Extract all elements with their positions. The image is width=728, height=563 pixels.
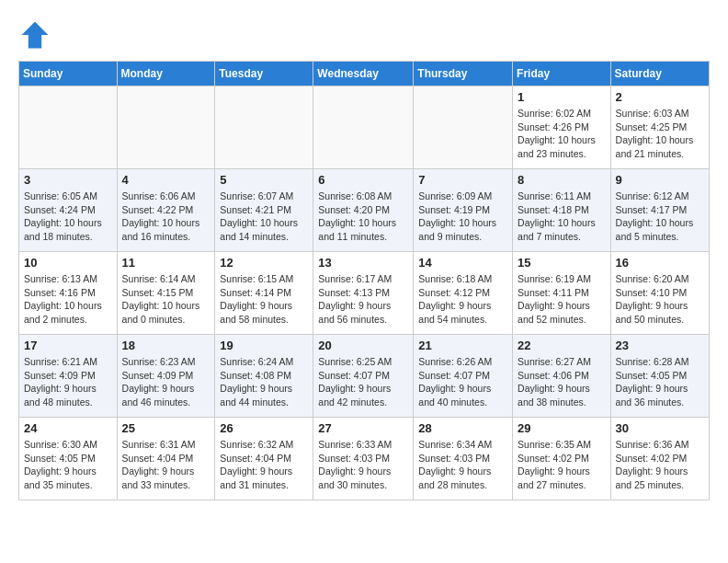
calendar-cell xyxy=(313,86,414,169)
day-info: Sunrise: 6:21 AM Sunset: 4:09 PM Dayligh… xyxy=(24,355,112,409)
day-info: Sunrise: 6:05 AM Sunset: 4:24 PM Dayligh… xyxy=(24,190,112,244)
svg-marker-1 xyxy=(22,22,49,49)
day-number: 7 xyxy=(418,173,507,187)
calendar-cell: 11Sunrise: 6:14 AM Sunset: 4:15 PM Dayli… xyxy=(117,252,215,335)
day-number: 9 xyxy=(616,173,704,187)
calendar-cell: 5Sunrise: 6:07 AM Sunset: 4:21 PM Daylig… xyxy=(215,169,313,252)
day-info: Sunrise: 6:32 AM Sunset: 4:04 PM Dayligh… xyxy=(220,438,308,492)
day-number: 19 xyxy=(220,339,308,352)
calendar-cell xyxy=(215,86,313,169)
day-info: Sunrise: 6:24 AM Sunset: 4:08 PM Dayligh… xyxy=(220,355,308,409)
day-info: Sunrise: 6:09 AM Sunset: 4:19 PM Dayligh… xyxy=(418,190,507,244)
calendar-cell: 24Sunrise: 6:30 AM Sunset: 4:05 PM Dayli… xyxy=(19,418,118,500)
day-number: 6 xyxy=(318,173,408,187)
calendar-cell: 19Sunrise: 6:24 AM Sunset: 4:08 PM Dayli… xyxy=(215,335,313,418)
calendar-cell: 23Sunrise: 6:28 AM Sunset: 4:05 PM Dayli… xyxy=(610,335,709,418)
calendar-cell: 12Sunrise: 6:15 AM Sunset: 4:14 PM Dayli… xyxy=(215,252,313,335)
day-info: Sunrise: 6:19 AM Sunset: 4:11 PM Dayligh… xyxy=(518,272,606,327)
calendar-cell: 9Sunrise: 6:12 AM Sunset: 4:17 PM Daylig… xyxy=(610,169,709,252)
day-info: Sunrise: 6:31 AM Sunset: 4:04 PM Dayligh… xyxy=(122,438,210,492)
calendar-cell: 28Sunrise: 6:34 AM Sunset: 4:03 PM Dayli… xyxy=(414,418,513,500)
day-number: 26 xyxy=(220,421,308,435)
day-info: Sunrise: 6:27 AM Sunset: 4:06 PM Dayligh… xyxy=(518,355,606,409)
day-number: 30 xyxy=(616,421,704,435)
calendar-cell: 7Sunrise: 6:09 AM Sunset: 4:19 PM Daylig… xyxy=(414,169,513,252)
day-number: 20 xyxy=(318,339,408,352)
calendar-cell: 20Sunrise: 6:25 AM Sunset: 4:07 PM Dayli… xyxy=(313,335,414,418)
column-header-tuesday: Tuesday xyxy=(215,62,313,86)
calendar-cell: 15Sunrise: 6:19 AM Sunset: 4:11 PM Dayli… xyxy=(513,252,611,335)
day-info: Sunrise: 6:30 AM Sunset: 4:05 PM Dayligh… xyxy=(24,438,112,492)
day-number: 28 xyxy=(418,421,507,435)
column-header-thursday: Thursday xyxy=(414,62,513,86)
day-number: 29 xyxy=(518,421,606,435)
day-number: 1 xyxy=(518,90,606,104)
day-number: 11 xyxy=(122,256,210,270)
calendar-cell xyxy=(19,86,118,169)
day-info: Sunrise: 6:13 AM Sunset: 4:16 PM Dayligh… xyxy=(24,272,112,327)
calendar-week-3: 10Sunrise: 6:13 AM Sunset: 4:16 PM Dayli… xyxy=(19,252,710,335)
day-info: Sunrise: 6:18 AM Sunset: 4:12 PM Dayligh… xyxy=(418,272,507,327)
calendar-cell: 3Sunrise: 6:05 AM Sunset: 4:24 PM Daylig… xyxy=(19,169,118,252)
day-number: 27 xyxy=(318,421,408,435)
day-number: 18 xyxy=(122,339,210,352)
day-info: Sunrise: 6:35 AM Sunset: 4:02 PM Dayligh… xyxy=(518,438,606,492)
day-number: 23 xyxy=(616,339,704,352)
calendar-week-5: 24Sunrise: 6:30 AM Sunset: 4:05 PM Dayli… xyxy=(19,418,710,500)
day-number: 3 xyxy=(24,173,112,187)
day-info: Sunrise: 6:06 AM Sunset: 4:22 PM Dayligh… xyxy=(122,190,210,244)
day-number: 2 xyxy=(616,90,704,104)
calendar-cell: 25Sunrise: 6:31 AM Sunset: 4:04 PM Dayli… xyxy=(117,418,215,500)
calendar-week-2: 3Sunrise: 6:05 AM Sunset: 4:24 PM Daylig… xyxy=(19,169,710,252)
day-info: Sunrise: 6:15 AM Sunset: 4:14 PM Dayligh… xyxy=(220,272,308,327)
calendar-cell: 16Sunrise: 6:20 AM Sunset: 4:10 PM Dayli… xyxy=(610,252,709,335)
calendar-cell xyxy=(414,86,513,169)
day-number: 21 xyxy=(418,339,507,352)
calendar-week-4: 17Sunrise: 6:21 AM Sunset: 4:09 PM Dayli… xyxy=(19,335,710,418)
column-header-friday: Friday xyxy=(513,62,611,86)
calendar-cell: 22Sunrise: 6:27 AM Sunset: 4:06 PM Dayli… xyxy=(513,335,611,418)
logo xyxy=(18,18,55,52)
day-number: 17 xyxy=(24,339,112,352)
calendar-cell: 18Sunrise: 6:23 AM Sunset: 4:09 PM Dayli… xyxy=(117,335,215,418)
calendar-cell: 4Sunrise: 6:06 AM Sunset: 4:22 PM Daylig… xyxy=(117,169,215,252)
logo-icon xyxy=(18,18,51,52)
calendar-cell: 29Sunrise: 6:35 AM Sunset: 4:02 PM Dayli… xyxy=(513,418,611,500)
calendar-cell: 6Sunrise: 6:08 AM Sunset: 4:20 PM Daylig… xyxy=(313,169,414,252)
day-info: Sunrise: 6:08 AM Sunset: 4:20 PM Dayligh… xyxy=(318,190,408,244)
day-info: Sunrise: 6:11 AM Sunset: 4:18 PM Dayligh… xyxy=(518,190,606,244)
day-info: Sunrise: 6:36 AM Sunset: 4:02 PM Dayligh… xyxy=(616,438,704,492)
calendar-cell: 26Sunrise: 6:32 AM Sunset: 4:04 PM Dayli… xyxy=(215,418,313,500)
day-number: 12 xyxy=(220,256,308,270)
column-header-monday: Monday xyxy=(117,62,215,86)
day-info: Sunrise: 6:20 AM Sunset: 4:10 PM Dayligh… xyxy=(616,272,704,327)
day-number: 15 xyxy=(518,256,606,270)
column-header-sunday: Sunday xyxy=(19,62,118,86)
calendar-cell xyxy=(117,86,215,169)
day-info: Sunrise: 6:14 AM Sunset: 4:15 PM Dayligh… xyxy=(122,272,210,327)
day-number: 24 xyxy=(24,421,112,435)
day-info: Sunrise: 6:12 AM Sunset: 4:17 PM Dayligh… xyxy=(616,190,704,244)
day-info: Sunrise: 6:33 AM Sunset: 4:03 PM Dayligh… xyxy=(318,438,408,492)
calendar-cell: 1Sunrise: 6:02 AM Sunset: 4:26 PM Daylig… xyxy=(513,86,611,169)
calendar-cell: 10Sunrise: 6:13 AM Sunset: 4:16 PM Dayli… xyxy=(19,252,118,335)
day-number: 14 xyxy=(418,256,507,270)
calendar-cell: 30Sunrise: 6:36 AM Sunset: 4:02 PM Dayli… xyxy=(610,418,709,500)
calendar-cell: 13Sunrise: 6:17 AM Sunset: 4:13 PM Dayli… xyxy=(313,252,414,335)
day-info: Sunrise: 6:26 AM Sunset: 4:07 PM Dayligh… xyxy=(418,355,507,409)
day-info: Sunrise: 6:17 AM Sunset: 4:13 PM Dayligh… xyxy=(318,272,408,327)
day-number: 5 xyxy=(220,173,308,187)
calendar-cell: 14Sunrise: 6:18 AM Sunset: 4:12 PM Dayli… xyxy=(414,252,513,335)
day-info: Sunrise: 6:25 AM Sunset: 4:07 PM Dayligh… xyxy=(318,355,408,409)
day-number: 8 xyxy=(518,173,606,187)
day-number: 4 xyxy=(122,173,210,187)
column-header-wednesday: Wednesday xyxy=(313,62,414,86)
calendar-week-1: 1Sunrise: 6:02 AM Sunset: 4:26 PM Daylig… xyxy=(19,86,710,169)
day-number: 22 xyxy=(518,339,606,352)
day-info: Sunrise: 6:23 AM Sunset: 4:09 PM Dayligh… xyxy=(122,355,210,409)
calendar: SundayMondayTuesdayWednesdayThursdayFrid… xyxy=(18,61,710,500)
day-info: Sunrise: 6:07 AM Sunset: 4:21 PM Dayligh… xyxy=(220,190,308,244)
day-number: 13 xyxy=(318,256,408,270)
day-number: 16 xyxy=(616,256,704,270)
calendar-cell: 17Sunrise: 6:21 AM Sunset: 4:09 PM Dayli… xyxy=(19,335,118,418)
